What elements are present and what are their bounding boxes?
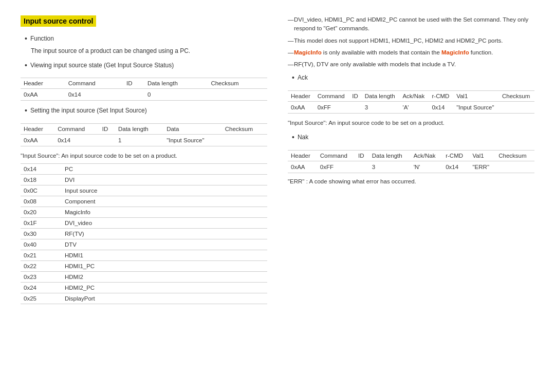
source-code-row: 0x40DTV — [21, 239, 267, 250]
nak-th-rcmd: r-CMD — [442, 150, 469, 161]
nak-label: Nak — [298, 133, 308, 142]
get-header-id: ID — [123, 78, 144, 89]
viewing-bullet: • Viewing input source state (Get Input … — [25, 61, 267, 71]
note-1: DVI_video, HDMI1_PC and HDMI2_PC cannot … — [288, 15, 534, 33]
get-header-command: Command — [65, 78, 123, 89]
source-codes-table: 0x14PC0x18DVI0x0CInput source0x08Compone… — [21, 163, 267, 304]
ack-table-row: 0xAA 0xFF 3 'A' 0x14 "Input Source" — [288, 101, 534, 113]
source-code-row: 0x14PC — [21, 164, 267, 175]
get-table: Header Command ID Data length Checksum 0… — [21, 78, 267, 101]
nak-th-checksum: Checksum — [495, 150, 534, 161]
source-code-value: 0x30 — [21, 229, 62, 239]
source-code-name: DVI_video — [62, 218, 267, 229]
nak-table: Header Command ID Data length Ack/Nak r-… — [288, 150, 534, 173]
nak-bullet: • Nak — [292, 133, 534, 143]
ack-cell-datalength: 3 — [362, 101, 400, 113]
source-code-value: 0x25 — [21, 293, 62, 304]
source-code-value: 0x1F — [21, 218, 62, 229]
function-label: Function — [30, 34, 54, 43]
nak-th-id: ID — [355, 150, 369, 161]
source-code-name: DTV — [62, 239, 267, 250]
source-code-row: 0x22HDMI1_PC — [21, 261, 267, 272]
set-cell-checksum — [222, 134, 267, 146]
note-3: MagicInfo is only available with models … — [288, 48, 534, 57]
note-4: RF(TV), DTV are only available with mode… — [288, 60, 534, 69]
nak-cell-datalength: 3 — [369, 161, 411, 173]
source-code-value: 0x24 — [21, 283, 62, 293]
nak-cell-header: 0xAA — [288, 161, 317, 173]
ack-th-rcmd: r-CMD — [429, 90, 453, 101]
set-cell-id — [99, 134, 115, 146]
source-code-row: 0x0CInput source — [21, 185, 267, 196]
set-table-row: 0xAA 0x14 1 "Input Source" — [21, 134, 267, 146]
nak-cell-val1: "ERR" — [470, 161, 496, 173]
ack-th-header: Header — [288, 90, 314, 101]
set-header-id: ID — [99, 123, 115, 134]
source-code-row: 0x18DVI — [21, 175, 267, 185]
get-header-header: Header — [21, 78, 65, 89]
bullet-dot-2: • — [25, 61, 27, 71]
source-code-value: 0x22 — [21, 261, 62, 272]
source-code-name: DVI — [62, 175, 267, 185]
source-code-value: 0x08 — [21, 196, 62, 207]
left-column: Input source control • Function The inpu… — [21, 15, 267, 304]
ack-table: Header Command ID Data length Ack/Nak r-… — [288, 90, 534, 114]
source-code-name: HDMI2_PC — [62, 283, 267, 293]
setting-bullet: • Setting the input source (Set Input So… — [25, 106, 267, 116]
bullet-dot-3: • — [25, 106, 27, 116]
set-header-checksum: Checksum — [222, 123, 267, 134]
source-code-value: 0x18 — [21, 175, 62, 185]
source-code-name: MagicInfo — [62, 207, 267, 218]
get-cell-id — [123, 89, 144, 101]
get-header-datalength: Data length — [144, 78, 208, 89]
source-code-value: 0x14 — [21, 164, 62, 175]
source-code-name: RF(TV) — [62, 229, 267, 239]
nak-th-command: Command — [317, 150, 355, 161]
ack-cell-val1: "Input Source" — [453, 101, 499, 113]
magicinfo-text-2: MagicInfo — [441, 49, 469, 55]
get-header-checksum: Checksum — [208, 78, 267, 89]
function-bullet: • Function — [25, 34, 267, 44]
get-cell-datalength: 0 — [144, 89, 208, 101]
ack-cell-header: 0xAA — [288, 101, 314, 113]
get-table-row: 0xAA 0x14 0 — [21, 89, 267, 101]
source-code-row: 0x30RF(TV) — [21, 229, 267, 239]
set-cell-data: "Input Source" — [163, 134, 222, 146]
get-cell-header: 0xAA — [21, 89, 65, 101]
nak-cell-command: 0xFF — [317, 161, 355, 173]
err-note: "ERR" : A code showing what error has oc… — [288, 178, 534, 184]
section-title: Input source control — [21, 15, 96, 27]
magicinfo-text-1: MagicInfo — [294, 49, 322, 55]
set-header-datalength: Data length — [115, 123, 163, 134]
ack-th-val1: Val1 — [453, 90, 499, 101]
input-source-note-2: "Input Source": An input source code to … — [288, 119, 534, 127]
nak-cell-id — [355, 161, 369, 173]
source-code-name: HDMI1 — [62, 250, 267, 261]
ack-th-acknak: Ack/Nak — [399, 90, 429, 101]
ack-cell-checksum — [499, 101, 534, 113]
nak-cell-rcmd: 0x14 — [442, 161, 469, 173]
source-code-name: HDMI1_PC — [62, 261, 267, 272]
source-code-name: Input source — [62, 185, 267, 196]
right-column: DVI_video, HDMI1_PC and HDMI2_PC cannot … — [288, 15, 534, 304]
ack-bullet: • Ack — [292, 73, 534, 83]
nak-th-acknak: Ack/Nak — [411, 150, 443, 161]
ack-cell-id — [349, 101, 361, 113]
source-code-row: 0x25DisplayPort — [21, 293, 267, 304]
source-code-value: 0x21 — [21, 250, 62, 261]
source-code-row: 0x21HDMI1 — [21, 250, 267, 261]
nak-th-datalength: Data length — [369, 150, 411, 161]
set-header-command: Command — [54, 123, 99, 134]
page-layout: Input source control • Function The inpu… — [21, 15, 534, 304]
ack-th-checksum: Checksum — [499, 90, 534, 101]
ack-label: Ack — [298, 73, 308, 82]
set-cell-header: 0xAA — [21, 134, 54, 146]
viewing-label: Viewing input source state (Get Input So… — [30, 61, 174, 70]
ack-th-id: ID — [349, 90, 361, 101]
source-code-value: 0x40 — [21, 239, 62, 250]
input-source-note: "Input Source": An input source code to … — [21, 152, 267, 160]
setting-label: Setting the input source (Set Input Sour… — [30, 106, 147, 115]
source-code-value: 0x0C — [21, 185, 62, 196]
note-2: This model does not support HDMI1, HDMI1… — [288, 36, 534, 45]
notes-block: DVI_video, HDMI1_PC and HDMI2_PC cannot … — [288, 15, 534, 69]
